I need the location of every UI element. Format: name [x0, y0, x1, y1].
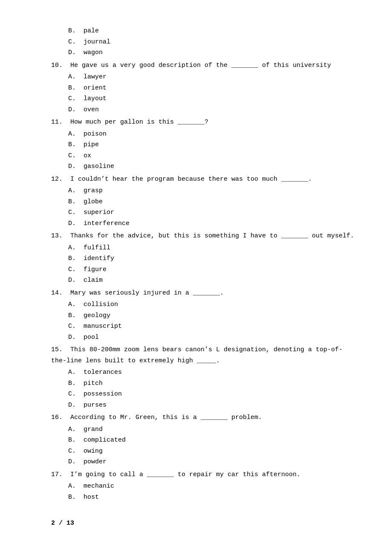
question-11-option-c: C. ox	[68, 150, 358, 162]
question-12: 12. I couldn’t hear the program because …	[51, 174, 358, 229]
question-13-option-d: D. claim	[68, 275, 358, 286]
question-13-text: 13. Thanks for the advice, but this is s…	[51, 231, 358, 242]
question-12-option-d: D. interference	[68, 218, 358, 229]
option-c-journal: C. journal	[68, 37, 358, 48]
question-14-option-d: D. pool	[68, 332, 358, 343]
question-17: 17. I’m going to call a _______ to repai…	[51, 469, 358, 503]
question-15-text: 15. This 80-200mm zoom lens bears canon’…	[51, 344, 358, 366]
question-15: 15. This 80-200mm zoom lens bears canon’…	[51, 344, 358, 410]
question-14-option-c: C. manuscript	[68, 321, 358, 332]
question-14: 14. Mary was seriously injured in a ____…	[51, 288, 358, 343]
question-12-text: 12. I couldn’t hear the program because …	[51, 174, 358, 185]
question-17-option-a: A. mechanic	[68, 481, 358, 492]
question-12-option-c: C. superior	[68, 207, 358, 218]
question-11-option-d: D. gasoline	[68, 161, 358, 172]
question-12-option-b: B. globe	[68, 197, 358, 208]
question-13-option-b: B. identify	[68, 253, 358, 264]
question-11-option-a: A. poison	[68, 129, 358, 140]
question-10: 10. He gave us a very good description o…	[51, 60, 358, 116]
page-number: 2 / 13	[51, 520, 358, 527]
intro-options-group: B. pale C. journal D. wagon	[51, 26, 358, 58]
question-15-option-b: B. pitch	[68, 378, 358, 389]
question-15-option-d: D. purses	[68, 400, 358, 411]
question-16: 16. According to Mr. Green, this is a __…	[51, 412, 358, 468]
question-11: 11. How much per gallon is this _______?…	[51, 117, 358, 172]
question-16-option-d: D. powder	[68, 457, 358, 468]
question-16-text: 16. According to Mr. Green, this is a __…	[51, 412, 358, 423]
question-14-option-b: B. geology	[68, 310, 358, 321]
page-content: B. pale C. journal D. wagon 10. He gave …	[51, 26, 358, 527]
question-12-option-a: A. grasp	[68, 185, 358, 197]
question-16-option-b: B. complicated	[68, 435, 358, 446]
question-15-option-c: C. possession	[68, 389, 358, 400]
question-13: 13. Thanks for the advice, but this is s…	[51, 231, 358, 286]
question-11-option-b: B. pipe	[68, 139, 358, 150]
question-16-option-a: A. grand	[68, 424, 358, 435]
question-10-option-d: D. oven	[68, 104, 358, 116]
question-14-option-a: A. collision	[68, 299, 358, 310]
question-10-option-b: B. orient	[68, 83, 358, 94]
question-17-option-b: B. host	[68, 492, 358, 503]
question-16-option-c: C. owing	[68, 446, 358, 457]
question-13-option-c: C. figure	[68, 264, 358, 275]
question-10-option-a: A. lawyer	[68, 72, 358, 83]
question-10-text: 10. He gave us a very good description o…	[51, 60, 358, 71]
question-11-text: 11. How much per gallon is this _______?	[51, 117, 358, 128]
option-d-wagon: D. wagon	[68, 47, 358, 58]
question-13-option-a: A. fulfill	[68, 243, 358, 254]
question-17-text: 17. I’m going to call a _______ to repai…	[51, 469, 358, 480]
question-15-option-a: A. tolerances	[68, 367, 358, 378]
option-b-pale: B. pale	[68, 26, 358, 37]
question-10-option-c: C. layout	[68, 93, 358, 104]
question-14-text: 14. Mary was seriously injured in a ____…	[51, 288, 358, 299]
